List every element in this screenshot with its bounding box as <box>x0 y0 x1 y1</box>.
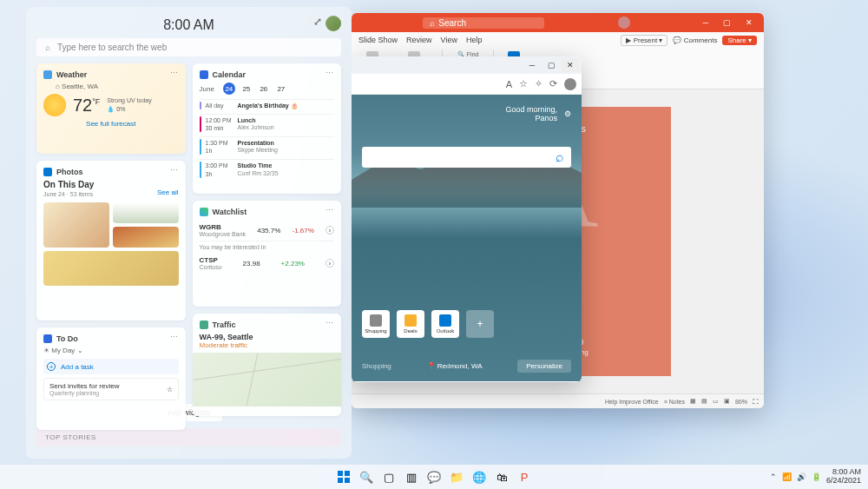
close-button[interactable]: ✕ <box>562 58 579 72</box>
taskbar-clock[interactable]: 8:00 AM 6/24/2021 <box>826 468 861 486</box>
start-button[interactable] <box>334 467 353 486</box>
explorer-icon[interactable]: 📁 <box>447 467 466 486</box>
star-icon[interactable]: ☆ <box>167 386 173 393</box>
task-title: Send invites for review <box>49 382 119 390</box>
stock-row[interactable]: CTSPContoso23.98+2.23%› <box>200 253 335 274</box>
svg-rect-3 <box>345 478 350 483</box>
tile-add[interactable]: + <box>466 310 494 338</box>
calendar-card[interactable]: Calendar ⋯ June 24 25 26 27 All dayAngel… <box>193 63 342 194</box>
calendar-day[interactable]: 27 <box>275 83 287 95</box>
ppt-avatar[interactable] <box>618 17 630 29</box>
photo-thumb[interactable] <box>43 202 109 248</box>
photos-card[interactable]: Photos ⋯ On This Day June 24 · 53 items … <box>36 161 186 320</box>
stock-row[interactable]: WGRBWoodgrove Bank435.7%-1.67%› <box>200 220 335 241</box>
favorite-icon[interactable]: ☆ <box>519 78 528 89</box>
traffic-status: Moderate traffic <box>200 341 335 349</box>
svg-rect-1 <box>345 471 350 476</box>
ppt-search[interactable]: ⌕ Search <box>423 17 544 29</box>
more-icon[interactable]: ⋯ <box>170 166 179 175</box>
ppt-titlebar[interactable]: ⌕ Search ─ ▢ ✕ <box>352 13 764 32</box>
calendar-event[interactable]: 1:30 PM1hPresentationSkype Meeting <box>200 136 335 156</box>
volume-icon[interactable]: 🔊 <box>797 472 806 481</box>
gear-icon[interactable]: ⚙ <box>564 109 571 118</box>
widgets-search[interactable]: ⌕ Type here to search the web <box>36 38 341 56</box>
calendar-day[interactable]: 26 <box>258 83 270 95</box>
edge-avatar[interactable] <box>564 78 576 90</box>
calendar-event[interactable]: All dayAngela's Birthday 🎂 <box>200 99 335 111</box>
edge-titlebar[interactable]: ─ ▢ ✕ <box>352 56 582 74</box>
photo-thumb[interactable] <box>43 251 179 286</box>
chevron-up-icon[interactable]: ⌃ <box>770 472 777 481</box>
traffic-map[interactable] <box>193 353 342 406</box>
edge-search[interactable]: ⌕ <box>362 147 571 168</box>
expand-icon[interactable]: ⤢ <box>313 16 322 28</box>
forecast-link[interactable]: See full forecast <box>43 120 179 128</box>
weather-card[interactable]: Weather ⋯ ⌂ Seattle, WA 72°F Strong UV t… <box>36 63 186 154</box>
chevron-icon[interactable]: › <box>326 226 334 235</box>
watchlist-title: Watchlist <box>213 208 247 216</box>
notes-button[interactable]: ≡ Notes <box>664 399 685 405</box>
read-aloud-icon[interactable]: A <box>506 79 512 89</box>
view-reading-icon[interactable]: ▭ <box>713 398 719 405</box>
close-button[interactable]: ✕ <box>740 16 759 30</box>
tab-review[interactable]: Review <box>406 36 432 44</box>
maximize-button[interactable]: ▢ <box>718 16 737 30</box>
tile-deals[interactable]: Deals <box>397 310 424 338</box>
widgets-icon[interactable]: ▥ <box>402 467 421 486</box>
tile-outlook[interactable]: Outlook <box>431 310 459 338</box>
seeall-link[interactable]: See all <box>157 188 178 196</box>
add-task-button[interactable]: +Add a task <box>43 359 179 374</box>
sync-icon[interactable]: ⟳ <box>549 78 557 89</box>
more-icon[interactable]: ⋯ <box>170 69 179 77</box>
footer-location[interactable]: 📍 Redmond, WA <box>427 362 483 370</box>
more-icon[interactable]: ⋯ <box>170 333 179 341</box>
photos-title: Photos <box>56 168 83 176</box>
photo-thumb[interactable] <box>113 227 179 248</box>
todo-card[interactable]: To Do ⋯ ☀ My Day ⌄ +Add a task Send invi… <box>36 327 186 430</box>
battery-icon[interactable]: 🔋 <box>812 472 821 481</box>
tile-shopping[interactable]: Shopping <box>362 310 390 338</box>
search-icon[interactable]: 🔍 <box>357 467 376 486</box>
collections-icon[interactable]: ✧ <box>535 78 542 89</box>
watchlist-card[interactable]: Watchlist ⋯ WGRBWoodgrove Bank435.7%-1.6… <box>193 201 342 307</box>
edge-icon[interactable]: 🌐 <box>470 467 489 486</box>
chevron-icon[interactable]: › <box>326 259 334 268</box>
more-icon[interactable]: ⋯ <box>326 206 334 215</box>
calendar-event[interactable]: 3:00 PM3hStudio TimeConf Rm 32/35 <box>200 159 335 179</box>
share-button[interactable]: Share ▾ <box>722 36 757 45</box>
edge-greeting: Good morning,Panos ⚙ <box>505 105 571 122</box>
svg-rect-2 <box>338 478 343 483</box>
store-icon[interactable]: 🛍 <box>492 467 511 486</box>
maximize-button[interactable]: ▢ <box>542 58 560 72</box>
more-icon[interactable]: ⋯ <box>326 69 334 77</box>
minimize-button[interactable]: ─ <box>523 58 541 72</box>
wifi-icon[interactable]: 📶 <box>782 472 792 481</box>
calendar-day[interactable]: 25 <box>240 83 253 95</box>
footer-shopping[interactable]: Shopping <box>362 362 391 370</box>
fit-icon[interactable]: ⛶ <box>753 399 759 405</box>
powerpoint-icon[interactable]: P <box>515 467 534 486</box>
taskview-icon[interactable]: ▢ <box>379 467 398 486</box>
calendar-day[interactable]: 24 <box>223 83 235 95</box>
todo-list-selector[interactable]: ☀ My Day ⌄ <box>43 347 179 354</box>
view-normal-icon[interactable]: ▦ <box>690 398 696 405</box>
personalize-button[interactable]: Personalize <box>517 360 571 373</box>
tab-help[interactable]: Help <box>466 36 483 44</box>
view-slideshow-icon[interactable]: ▣ <box>724 398 730 405</box>
chat-icon[interactable]: 💬 <box>424 467 444 486</box>
status-help[interactable]: Help Improve Office <box>605 399 659 405</box>
widgets-avatar[interactable] <box>326 16 341 31</box>
edge-newtab: Good morning,Panos ⚙ ⌕ Shopping Deals Ou… <box>352 95 582 381</box>
tab-slideshow[interactable]: Slide Show <box>358 36 398 44</box>
more-icon[interactable]: ⋯ <box>326 319 334 327</box>
photo-thumb[interactable] <box>113 202 179 223</box>
task-item[interactable]: Send invites for reviewQuarterly plannin… <box>43 378 179 400</box>
view-sorter-icon[interactable]: ▤ <box>701 398 707 405</box>
minimize-button[interactable]: ─ <box>696 16 715 30</box>
traffic-card[interactable]: Traffic ⋯ WA-99, Seattle Moderate traffi… <box>193 314 342 416</box>
comments-button[interactable]: 💬 Comments <box>673 36 717 44</box>
tab-view[interactable]: View <box>441 36 457 44</box>
zoom-level[interactable]: 86% <box>735 399 747 405</box>
present-button[interactable]: ▶ Present ▾ <box>621 35 667 46</box>
calendar-event[interactable]: 12:00 PM30 minLunchAlex Johnson <box>200 114 335 134</box>
